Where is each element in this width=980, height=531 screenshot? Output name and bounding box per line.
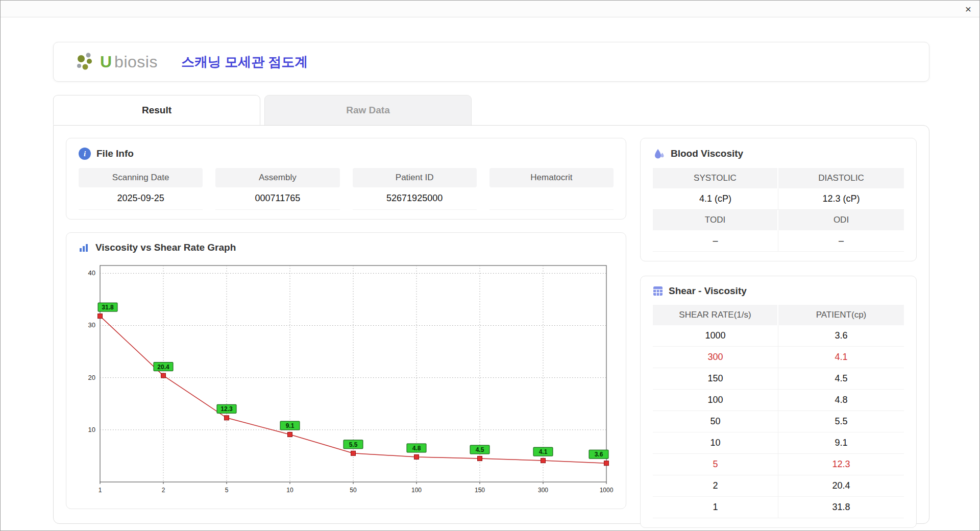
info-icon: i — [79, 148, 91, 160]
table-cell: 4.8 — [778, 390, 904, 411]
table-cell: 150 — [653, 368, 778, 390]
viscosity-shear-chart: 102030401251050100150300100031.820.412.3… — [79, 259, 615, 499]
svg-text:3.6: 3.6 — [595, 451, 603, 458]
file-info-title: File Info — [96, 148, 134, 159]
table-cell: 100 — [653, 390, 778, 411]
app-window: × Ubiosis 스캐닝 모세관 점도계 Result Raw Data — [0, 0, 980, 531]
left-column: i File Info Scanning DateAssemblyPatient… — [66, 138, 626, 511]
svg-text:20.4: 20.4 — [157, 364, 169, 371]
graph-header: Viscosity vs Shear Rate Graph — [79, 242, 614, 253]
column-header-shear-rate: SHEAR RATE(1/s) — [653, 305, 778, 325]
table-cell: 3.6 — [778, 325, 904, 347]
table-cell: 1000 — [653, 325, 778, 347]
table-cell: 31.8 — [778, 497, 904, 518]
table-cell: 5 — [653, 454, 778, 475]
bv-header-cell: ODI — [778, 210, 904, 230]
svg-text:4.1: 4.1 — [539, 448, 548, 455]
svg-text:31.8: 31.8 — [102, 304, 114, 311]
table-cell: 300 — [653, 347, 778, 368]
grid-table-icon — [653, 286, 663, 296]
bv-value-cell: – — [778, 230, 904, 252]
bv-header-cell: DIASTOLIC — [778, 168, 904, 188]
bv-value-cell: – — [653, 230, 778, 252]
bv-value-row: 4.1 (cP)12.3 (cP) — [653, 188, 904, 210]
chart-area: 102030401251050100150300100031.820.412.3… — [79, 259, 614, 499]
blood-viscosity-header: Blood Viscosity — [653, 148, 904, 160]
table-header-row: SHEAR RATE(1/s) PATIENT(cp) — [653, 305, 904, 325]
app-header: Ubiosis 스캐닝 모세관 점도계 — [53, 42, 929, 82]
svg-text:4.5: 4.5 — [476, 446, 484, 453]
logo-text-rest: biosis — [114, 53, 158, 71]
table-row: 505.5 — [653, 411, 904, 432]
page-title: 스캐닝 모세관 점도계 — [181, 53, 308, 71]
shear-viscosity-header: Shear - Viscosity — [653, 285, 904, 297]
file-info-field-value: 52671925000 — [353, 187, 477, 210]
shear-viscosity-title: Shear - Viscosity — [669, 285, 747, 297]
file-info-value-row: 2025-09-2500071176552671925000 — [79, 187, 614, 210]
file-info-card: i File Info Scanning DateAssemblyPatient… — [66, 138, 626, 220]
table-cell: 9.1 — [778, 432, 904, 454]
table-cell: 50 — [653, 411, 778, 432]
bv-value-row: –– — [653, 230, 904, 252]
svg-text:5: 5 — [225, 487, 229, 494]
tab-bar: Result Raw Data — [53, 95, 929, 125]
tab-result[interactable]: Result — [53, 95, 260, 125]
table-row: 1504.5 — [653, 368, 904, 390]
svg-text:12.3: 12.3 — [220, 405, 233, 413]
table-cell: 2 — [653, 475, 778, 497]
table-cell: 1 — [653, 497, 778, 518]
file-info-field-label: Patient ID — [353, 168, 477, 187]
blood-viscosity-card: Blood Viscosity SYSTOLICDIASTOLIC4.1 (cP… — [640, 138, 917, 261]
file-info-field-value — [489, 187, 614, 210]
file-info-field-label: Hematocrit — [489, 168, 614, 187]
file-info-field-value: 000711765 — [215, 187, 339, 210]
droplet-icon — [653, 148, 665, 160]
svg-text:4.8: 4.8 — [412, 445, 421, 452]
svg-text:1: 1 — [99, 487, 102, 494]
file-info-header: i File Info — [79, 148, 614, 160]
file-info-field-label: Assembly — [215, 168, 339, 187]
table-row: 512.3 — [653, 454, 904, 475]
shear-viscosity-table: SHEAR RATE(1/s) PATIENT(cp) 10003.63004.… — [653, 305, 904, 518]
svg-text:2: 2 — [162, 487, 165, 494]
svg-text:20: 20 — [88, 374, 95, 381]
svg-text:40: 40 — [88, 269, 95, 277]
bv-header-cell: SYSTOLIC — [653, 168, 778, 188]
svg-text:10: 10 — [286, 487, 293, 494]
close-icon[interactable]: × — [965, 4, 971, 14]
svg-text:10: 10 — [88, 426, 95, 433]
svg-text:30: 30 — [88, 321, 95, 329]
blood-viscosity-table: SYSTOLICDIASTOLIC4.1 (cP)12.3 (cP)TODIOD… — [653, 168, 904, 252]
logo-dots-icon — [75, 51, 97, 73]
blood-viscosity-title: Blood Viscosity — [671, 148, 743, 159]
svg-text:150: 150 — [475, 487, 485, 494]
result-panel: i File Info Scanning DateAssemblyPatient… — [53, 125, 929, 524]
bv-value-cell: 12.3 (cP) — [778, 188, 904, 210]
graph-card: Viscosity vs Shear Rate Graph 1020304012… — [66, 232, 626, 509]
bv-header-row: SYSTOLICDIASTOLIC — [653, 168, 904, 188]
svg-text:300: 300 — [538, 487, 548, 494]
table-cell: 5.5 — [778, 411, 904, 432]
tab-raw-data[interactable]: Raw Data — [264, 95, 472, 125]
table-row: 109.1 — [653, 432, 904, 454]
svg-text:50: 50 — [350, 487, 357, 494]
logo-text-u: U — [100, 53, 112, 71]
table-cell: 4.5 — [778, 368, 904, 390]
file-info-field-value: 2025-09-25 — [79, 187, 203, 210]
svg-text:5.5: 5.5 — [349, 441, 358, 448]
table-cell: 20.4 — [778, 475, 904, 497]
file-info-field-label: Scanning Date — [79, 168, 203, 187]
table-cell: 4.1 — [778, 347, 904, 368]
ubiosis-logo: Ubiosis — [75, 51, 158, 73]
table-cell: 10 — [653, 432, 778, 454]
table-row: 220.4 — [653, 475, 904, 497]
right-column: Blood Viscosity SYSTOLICDIASTOLIC4.1 (cP… — [640, 138, 917, 511]
bv-header-cell: TODI — [653, 210, 778, 230]
window-titlebar: × — [1, 1, 979, 17]
bv-header-row: TODIODI — [653, 210, 904, 230]
bv-value-cell: 4.1 (cP) — [653, 188, 778, 210]
graph-title: Viscosity vs Shear Rate Graph — [95, 242, 236, 253]
svg-text:9.1: 9.1 — [286, 422, 295, 429]
table-row: 131.8 — [653, 497, 904, 518]
table-row: 10003.6 — [653, 325, 904, 347]
